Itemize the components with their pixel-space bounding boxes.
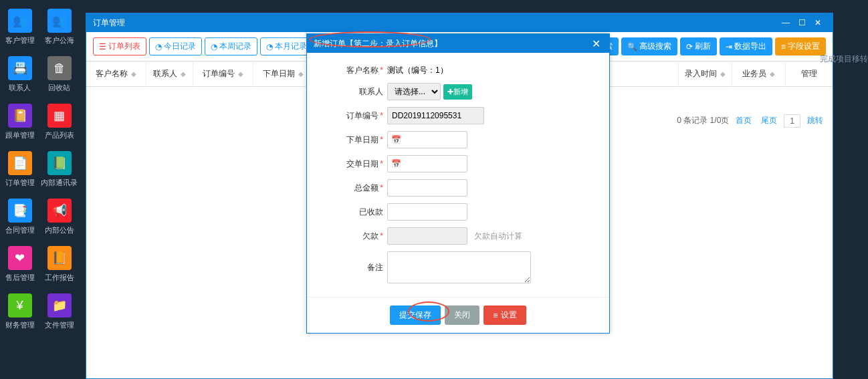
sidebar-label: 内部通讯录 <box>41 178 78 188</box>
sidebar-icon: ▦ <box>47 104 72 128</box>
sidebar-icon: 📁 <box>47 293 72 318</box>
export-icon: ⇥ <box>726 42 732 51</box>
sidebar-icon: 📇 <box>8 56 32 80</box>
column-header[interactable]: 管理 <box>786 61 833 86</box>
column-header[interactable]: 录入时间 <box>679 61 732 86</box>
week-button[interactable]: ◔本周记录 <box>205 37 257 55</box>
sidebar-icon: 🗑 <box>47 56 72 80</box>
modal-footer: 提交保存 关闭 ≡设置 <box>307 297 609 333</box>
column-header[interactable]: 业务员 <box>732 61 786 86</box>
modal-titlebar: 新增订单【第二步：录入订单信息】 ✕ <box>307 34 609 53</box>
add-contact-button[interactable]: ✚新增 <box>443 84 472 100</box>
sidebar-icon: 📑 <box>8 199 32 223</box>
settings-button[interactable]: ≡设置 <box>483 305 526 325</box>
cancel-button[interactable]: 关闭 <box>445 305 479 325</box>
remark-textarea[interactable] <box>387 251 531 283</box>
close-button[interactable]: ✕ <box>810 18 826 27</box>
pager-info: 0 条记录 1/0页 <box>677 115 729 126</box>
minimize-button[interactable]: — <box>778 18 794 27</box>
column-header[interactable]: 下单日期 <box>253 61 314 86</box>
owed-amount-field <box>387 227 467 245</box>
clock-icon: ◔ <box>266 42 273 51</box>
sidebar-icon: 📗 <box>47 151 72 175</box>
fields-button[interactable]: ≡字段设置 <box>775 37 826 55</box>
sidebar-item[interactable]: 📄订单管理 <box>0 146 39 193</box>
sidebar-icon: 📔 <box>8 104 32 128</box>
sidebar-item[interactable]: 📔跟单管理 <box>0 98 39 146</box>
column-header[interactable]: 客户名称 <box>86 61 146 86</box>
modal-close-button[interactable]: ✕ <box>589 37 603 50</box>
modal-title: 新增订单【第二步：录入订单信息】 <box>314 38 589 49</box>
modal-body: 客户名称*测试（编号：1） 联系人请选择...✚新增 订单编号* 下单日期* 交… <box>307 53 609 297</box>
pager-page-input[interactable]: 1 <box>784 114 800 128</box>
column-header[interactable]: 联系人 <box>146 61 193 86</box>
sidebar-label: 产品列表 <box>45 130 74 140</box>
clock-icon: ◔ <box>155 42 162 51</box>
sidebar-item[interactable]: 📁文件管理 <box>39 288 79 336</box>
customer-value: 测试（编号：1） <box>387 65 448 76</box>
sidebar-label: 跟单管理 <box>5 130 35 140</box>
background-text: 完成项目移转 <box>820 53 868 65</box>
sidebar-label: 售后管理 <box>5 273 35 283</box>
refresh-icon: ⟳ <box>686 42 693 51</box>
contact-select[interactable]: 请选择... <box>387 83 441 100</box>
new-order-modal: 新增订单【第二步：录入订单信息】 ✕ 客户名称*测试（编号：1） 联系人请选择.… <box>306 33 610 334</box>
sidebar-label: 订单管理 <box>5 178 35 188</box>
orderno-field <box>387 107 484 124</box>
sidebar-item[interactable]: 📙工作报告 <box>39 241 79 288</box>
sidebar-icon: 👥 <box>8 9 32 33</box>
pager: 0 条记录 1/0页 首页 尾页 1 跳转 <box>677 114 826 128</box>
sidebar-icon: ❤ <box>8 246 32 270</box>
list-icon: ☰ <box>99 42 106 51</box>
search-icon: 🔍 <box>627 42 637 51</box>
sidebar-label: 内部公告 <box>45 225 74 235</box>
submit-button[interactable]: 提交保存 <box>390 305 441 325</box>
pager-jump[interactable]: 跳转 <box>804 114 826 128</box>
maximize-button[interactable]: ☐ <box>794 18 810 27</box>
month-button[interactable]: ◔本月记录 <box>260 37 313 55</box>
pager-last[interactable]: 尾页 <box>758 114 780 128</box>
sidebar-icon: 📢 <box>47 199 72 223</box>
export-button[interactable]: ⇥数据导出 <box>720 37 772 55</box>
sidebar-icon: 📙 <box>47 246 72 270</box>
plus-icon: ✚ <box>447 88 453 96</box>
sidebar-label: 工作报告 <box>45 273 74 283</box>
settings-icon: ≡ <box>781 42 786 51</box>
sidebar-item[interactable]: 📇联系人 <box>0 51 39 98</box>
sidebar-label: 财务管理 <box>5 320 35 330</box>
sidebar-item[interactable]: ▦产品列表 <box>39 98 79 146</box>
paid-amount-input[interactable] <box>387 203 467 221</box>
sidebar-label: 回收站 <box>48 83 70 93</box>
sidebar-item[interactable]: 👥客户管理 <box>0 3 39 51</box>
sidebar-label: 文件管理 <box>45 320 74 330</box>
sidebar-icon: ¥ <box>8 293 32 318</box>
today-button[interactable]: ◔今日记录 <box>149 37 202 55</box>
sidebar-item[interactable]: ❤售后管理 <box>0 241 39 288</box>
order-list-button[interactable]: ☰订单列表 <box>93 37 146 55</box>
sidebar-icon: 👥 <box>47 9 72 33</box>
sidebar-icon: 📄 <box>8 151 32 175</box>
left-sidebar: 👥客户管理👥客户公海📇联系人🗑回收站📔跟单管理▦产品列表📄订单管理📗内部通讯录📑… <box>0 0 79 379</box>
sidebar-label: 客户公海 <box>45 35 74 45</box>
calendar-icon <box>391 159 401 168</box>
refresh-button[interactable]: ⟳刷新 <box>680 37 717 55</box>
sidebar-item[interactable]: 👥客户公海 <box>39 3 79 51</box>
sidebar-label: 联系人 <box>9 83 31 93</box>
pager-first[interactable]: 首页 <box>733 114 754 128</box>
window-title: 订单管理 <box>93 17 778 29</box>
owed-hint: 欠款自动计算 <box>474 231 522 242</box>
sidebar-label: 客户管理 <box>5 35 35 45</box>
clock-icon: ◔ <box>211 42 217 51</box>
list-icon: ≡ <box>493 311 498 320</box>
sidebar-item[interactable]: 📗内部通讯录 <box>39 146 79 193</box>
window-titlebar: 订单管理 — ☐ ✕ <box>86 13 833 32</box>
column-header[interactable]: 订单编号 <box>193 61 253 86</box>
sidebar-label: 合同管理 <box>5 225 35 235</box>
calendar-icon <box>391 135 401 144</box>
sidebar-item[interactable]: 📢内部公告 <box>39 193 79 241</box>
sidebar-item[interactable]: 📑合同管理 <box>0 193 39 241</box>
adv-search-button[interactable]: 🔍高级搜索 <box>621 37 677 55</box>
total-amount-input[interactable] <box>387 179 467 197</box>
sidebar-item[interactable]: 🗑回收站 <box>39 51 79 98</box>
sidebar-item[interactable]: ¥财务管理 <box>0 288 39 336</box>
